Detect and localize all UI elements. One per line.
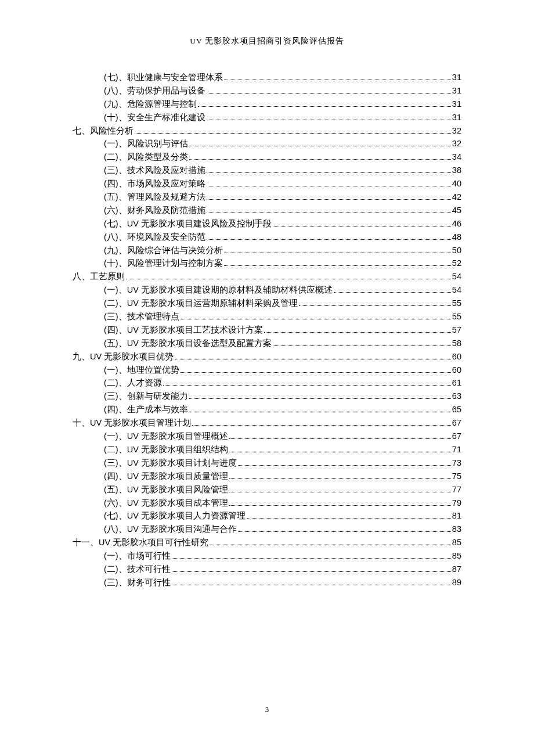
toc-leader-dots bbox=[229, 433, 451, 439]
toc-leader-dots bbox=[172, 553, 451, 559]
toc-leader-dots bbox=[163, 380, 451, 386]
toc-entry-page: 60 bbox=[452, 352, 461, 361]
toc-leader-dots bbox=[229, 487, 451, 492]
toc-entry-page: 63 bbox=[452, 392, 461, 401]
toc-row: (三)、技术管理特点55 bbox=[73, 312, 461, 321]
toc-entry-label: (二)、技术可行性 bbox=[104, 565, 171, 574]
toc-entry-label: (八)、环境风险及安全防范 bbox=[104, 233, 205, 242]
toc-entry-label: (八)、UV 无影胶水项目沟通与合作 bbox=[104, 525, 237, 534]
toc-entry-page: 77 bbox=[452, 485, 461, 494]
toc-row: (一)、市场可行性85 bbox=[73, 552, 461, 560]
toc-entry-page: 46 bbox=[452, 219, 461, 228]
toc-entry-page: 55 bbox=[452, 312, 461, 321]
toc-leader-dots bbox=[334, 287, 451, 293]
toc-row: (二)、风险类型及分类34 bbox=[73, 153, 461, 161]
toc-entry-page: 79 bbox=[452, 499, 461, 507]
toc-leader-dots bbox=[238, 460, 451, 466]
toc-entry-label: (一)、地理位置优势 bbox=[104, 366, 179, 375]
toc-row: (八)、环境风险及安全防范48 bbox=[73, 233, 461, 242]
toc-row: (七)、UV 无影胶水项目人力资源管理81 bbox=[73, 512, 461, 520]
toc-entry-page: 31 bbox=[452, 73, 461, 82]
toc-leader-dots bbox=[126, 274, 451, 280]
toc-leader-dots bbox=[181, 367, 451, 373]
toc-row: (四)、市场风险及应对策略40 bbox=[73, 179, 461, 188]
toc-entry-label: (二)、UV 无影胶水项目组织结构 bbox=[104, 445, 228, 454]
toc-entry-label: 七、风险性分析 bbox=[73, 127, 134, 135]
toc-leader-dots bbox=[172, 566, 451, 572]
toc-entry-label: (二)、风险类型及分类 bbox=[104, 153, 188, 161]
toc-row: (二)、人才资源61 bbox=[73, 379, 461, 387]
toc-row: (九)、风险综合评估与决策分析50 bbox=[73, 246, 461, 255]
toc-entry-page: 85 bbox=[452, 552, 461, 560]
toc-entry-page: 71 bbox=[452, 445, 461, 454]
toc-entry-label: (十)、安全生产标准化建设 bbox=[104, 113, 205, 122]
toc-row: (九)、危险源管理与控制31 bbox=[73, 100, 461, 109]
page-header-title: UV 无影胶水项目招商引资风险评估报告 bbox=[73, 36, 461, 46]
toc-entry-page: 50 bbox=[452, 246, 461, 255]
toc-entry-label: (四)、UV 无影胶水项目质量管理 bbox=[104, 472, 228, 481]
toc-entry-label: (二)、人才资源 bbox=[104, 379, 162, 387]
toc-entry-label: (三)、创新与研发能力 bbox=[104, 392, 188, 401]
toc-entry-page: 89 bbox=[452, 578, 461, 587]
toc-leader-dots bbox=[207, 194, 451, 200]
toc-entry-label: (七)、职业健康与安全管理体系 bbox=[104, 73, 223, 82]
toc-row: (一)、地理位置优势60 bbox=[73, 366, 461, 375]
toc-row: (六)、财务风险及防范措施45 bbox=[73, 206, 461, 215]
document-page: UV 无影胶水项目招商引资风险评估报告 (七)、职业健康与安全管理体系31(八)… bbox=[0, 0, 534, 756]
toc-row: (十)、安全生产标准化建设31 bbox=[73, 113, 461, 122]
toc-entry-page: 32 bbox=[452, 127, 461, 135]
toc-entry-label: (三)、财务可行性 bbox=[104, 578, 171, 587]
toc-entry-label: 十、UV 无影胶水项目管理计划 bbox=[73, 419, 191, 427]
toc-entry-page: 42 bbox=[452, 193, 461, 201]
toc-entry-page: 52 bbox=[452, 259, 461, 268]
toc-leader-dots bbox=[207, 88, 451, 93]
toc-entry-label: (九)、危险源管理与控制 bbox=[104, 100, 197, 109]
toc-entry-page: 54 bbox=[452, 286, 461, 294]
toc-entry-page: 60 bbox=[452, 366, 461, 375]
toc-entry-label: (六)、UV 无影胶水项目成本管理 bbox=[104, 499, 228, 507]
toc-row: (四)、UV 无影胶水项目工艺技术设计方案57 bbox=[73, 326, 461, 334]
toc-entry-label: (一)、UV 无影胶水项目建设期的原材料及辅助材料供应概述 bbox=[104, 286, 333, 294]
toc-leader-dots bbox=[207, 234, 451, 240]
toc-entry-page: 31 bbox=[452, 100, 461, 109]
toc-leader-dots bbox=[210, 539, 451, 545]
toc-leader-dots bbox=[135, 128, 451, 134]
toc-leader-dots bbox=[189, 141, 451, 147]
toc-entry-label: (九)、风险综合评估与决策分析 bbox=[104, 246, 223, 255]
toc-leader-dots bbox=[224, 74, 451, 80]
toc-entry-label: (一)、UV 无影胶水项目管理概述 bbox=[104, 432, 228, 441]
toc-row: (二)、UV 无影胶水项目运营期原辅材料采购及管理55 bbox=[73, 299, 461, 308]
toc-entry-label: 八、工艺原则 bbox=[73, 272, 125, 281]
toc-entry-page: 87 bbox=[452, 565, 461, 574]
toc-leader-dots bbox=[229, 500, 451, 506]
toc-entry-label: (七)、UV 无影胶水项目人力资源管理 bbox=[104, 512, 246, 520]
toc-leader-dots bbox=[273, 221, 451, 226]
toc-leader-dots bbox=[181, 314, 451, 319]
toc-entry-page: 55 bbox=[452, 299, 461, 308]
toc-entry-page: 34 bbox=[452, 153, 461, 161]
toc-entry-label: (三)、技术风险及应对措施 bbox=[104, 166, 205, 175]
toc-entry-page: 38 bbox=[452, 166, 461, 175]
toc-row: (三)、财务可行性89 bbox=[73, 578, 461, 587]
toc-entry-label: (三)、UV 无影胶水项目计划与进度 bbox=[104, 459, 237, 467]
toc-row: 十一、UV 无影胶水项目可行性研究85 bbox=[73, 538, 461, 547]
toc-entry-label: (五)、管理风险及规避方法 bbox=[104, 193, 205, 201]
toc-leader-dots bbox=[189, 394, 451, 399]
toc-entry-page: 75 bbox=[452, 472, 461, 481]
toc-entry-label: (六)、财务风险及防范措施 bbox=[104, 206, 205, 215]
toc-leader-dots bbox=[207, 181, 451, 186]
toc-entry-label: (四)、UV 无影胶水项目工艺技术设计方案 bbox=[104, 326, 263, 334]
toc-leader-dots bbox=[229, 473, 451, 479]
toc-entry-page: 58 bbox=[452, 339, 461, 348]
toc-entry-page: 31 bbox=[452, 87, 461, 95]
toc-entry-page: 57 bbox=[452, 326, 461, 334]
toc-leader-dots bbox=[207, 207, 451, 213]
table-of-contents: (七)、职业健康与安全管理体系31(八)、劳动保护用品与设备31(九)、危险源管… bbox=[73, 73, 461, 587]
toc-leader-dots bbox=[192, 420, 451, 426]
toc-entry-label: (四)、市场风险及应对策略 bbox=[104, 179, 205, 188]
toc-row: (五)、UV 无影胶水项目风险管理77 bbox=[73, 485, 461, 494]
toc-leader-dots bbox=[175, 354, 451, 359]
toc-row: (五)、UV 无影胶水项目设备选型及配置方案58 bbox=[73, 339, 461, 348]
toc-row: (三)、创新与研发能力63 bbox=[73, 392, 461, 401]
toc-leader-dots bbox=[172, 579, 451, 585]
